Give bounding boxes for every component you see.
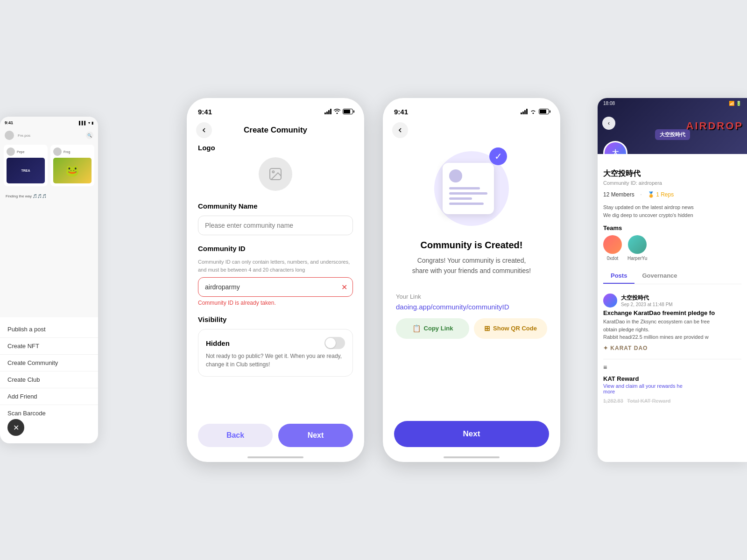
lp-post-img1: TREA — [7, 158, 45, 183]
create-community-phone: 9:41 — [187, 98, 364, 462]
teams-label: Teams — [603, 224, 741, 231]
team-avatar-1 — [603, 235, 622, 254]
visibility-toggle[interactable] — [324, 337, 345, 349]
logo-upload-area — [198, 157, 353, 191]
rp-stats: 12 Members · 🏅 1 Reps — [603, 190, 741, 199]
next-button-2[interactable]: Next — [394, 421, 549, 447]
community-id-input-wrapper: ✕ — [198, 277, 353, 297]
menu-item-publish[interactable]: Publish a post — [0, 321, 98, 338]
close-menu-button[interactable]: ✕ — [7, 419, 24, 436]
lp-post-img2: 🐸 — [53, 158, 92, 183]
close-icon: ✕ — [13, 423, 19, 432]
rp-status-bar: 18:08 📶 🔋 — [598, 98, 747, 109]
back-button-2[interactable] — [392, 122, 408, 138]
logo-label: Logo — [198, 144, 353, 152]
back-button-1[interactable] — [196, 122, 212, 138]
copy-icon: 📋 — [412, 324, 421, 333]
team-member-2: HarperYu — [627, 235, 647, 261]
success-title: Community is Created! — [398, 240, 545, 251]
rp-members-count: 12 Members — [603, 191, 634, 198]
success-check-icon: ✓ — [489, 147, 507, 165]
menu-item-create-community[interactable]: Create Community — [0, 355, 98, 371]
next-button-1[interactable]: Next — [278, 424, 353, 447]
tab-governance[interactable]: Governance — [634, 268, 684, 284]
rp-community-desc: Stay updated on the latest airdrop newsW… — [603, 203, 741, 219]
menu-item-create-nft[interactable]: Create NFT — [0, 338, 98, 355]
logo-section: Logo — [198, 144, 353, 191]
copy-link-button[interactable]: 📋 Copy Link — [396, 318, 469, 339]
time-1: 9:41 — [198, 108, 212, 116]
menu-item-add-friend[interactable]: Add Friend — [0, 388, 98, 405]
menu-item-create-club[interactable]: Create Club — [0, 371, 98, 388]
karat-k-icon: ✦ KARAT DAO — [603, 345, 648, 351]
community-id-error: Community ID is already taken. — [198, 300, 353, 306]
tab-posts[interactable]: Posts — [603, 268, 634, 284]
left-panel-menu: Publish a post Create NFT Create Communi… — [0, 317, 98, 425]
community-id-input[interactable] — [198, 277, 353, 297]
team-member-1: 0xdot — [603, 235, 622, 261]
lp-signal: ▌▌▌ — [79, 121, 87, 125]
wifi-icon-2 — [530, 108, 536, 115]
rp-post-author: 大空投時代 — [621, 294, 673, 302]
doc-line-2 — [449, 192, 487, 195]
lp-post-author2: Frog — [63, 150, 70, 154]
kat-reward-section: KAT Reward View and claim all your rewar… — [603, 373, 741, 405]
status-icons-1 — [324, 108, 353, 115]
main-scene: 9:41 ▌▌▌ ▾ ▮ Fre.pos 🔍 — [0, 0, 747, 560]
community-avatar: 大 — [603, 141, 627, 154]
phone2-header — [383, 119, 560, 142]
teams-list: 0xdot HarperYu — [603, 235, 741, 261]
community-header-image: 18:08 📶 🔋 ‹ AIRDROP 大空投時代 大 — [598, 98, 747, 154]
qr-icon: ⊞ — [484, 324, 490, 333]
reward-more-link[interactable]: more — [603, 389, 615, 394]
reward-desc[interactable]: View and claim all your rewards hemore — [603, 383, 741, 394]
community-name-input[interactable] — [198, 216, 353, 235]
community-created-phone: 9:41 — [383, 98, 560, 462]
right-panel: 18:08 📶 🔋 ‹ AIRDROP 大空投時代 大 大空投時代 Commun… — [598, 98, 747, 462]
lp-wifi: ▾ — [88, 121, 90, 125]
rp-community-id: Community ID: airdropera — [603, 180, 741, 186]
success-subtitle: Congrats! Your community is created,shar… — [398, 255, 545, 276]
visibility-options: Hidden Not ready to go public? We get it… — [198, 329, 353, 377]
logo-upload-button[interactable] — [259, 157, 292, 191]
community-id-hint: Community ID can only contain letters, n… — [198, 258, 353, 273]
rp-time: 18:08 — [603, 101, 615, 106]
doc-avatar — [449, 169, 462, 182]
lp-nav-label: Fre.pos — [18, 133, 30, 138]
rp-back-button[interactable]: ‹ — [602, 117, 615, 130]
lp-time: 9:41 — [5, 120, 13, 125]
left-panel-preview: 9:41 ▌▌▌ ▾ ▮ Fre.pos 🔍 — [0, 117, 98, 317]
rp-post-meta: 大空投時代 Sep 2, 2023 at 11:48 PM — [621, 294, 673, 307]
reward-amount: 1,282.83 Total KAT Reward — [603, 396, 741, 405]
lp-battery: ▮ — [92, 121, 93, 125]
doc-line-4 — [449, 203, 484, 205]
home-indicator-2 — [444, 456, 500, 458]
link-action-buttons: 📋 Copy Link ⊞ Show QR Code — [396, 318, 547, 339]
visibility-section: Visibility Hidden Not ready to go public… — [198, 315, 353, 377]
time-2: 9:41 — [394, 108, 408, 116]
community-name-label: Community Name — [198, 202, 353, 210]
lp-post-author1: Pepe — [17, 150, 24, 154]
home-indicator-1 — [247, 456, 303, 458]
rp-status-icons: 📶 🔋 — [729, 101, 741, 106]
rp-tabs: Posts Governance — [603, 268, 741, 284]
status-bar-2: 9:41 — [383, 98, 560, 119]
signal-icon — [324, 109, 331, 114]
signal-icon-2 — [521, 109, 528, 114]
rp-post-title: Exchange KaratDao freemint pledge fo — [603, 309, 741, 316]
hamburger-icon[interactable]: ≡ — [603, 364, 607, 371]
phone1-footer: Back Next — [198, 424, 353, 447]
rp-divider — [603, 359, 741, 359]
show-qr-button[interactable]: ⊞ Show QR Code — [474, 318, 547, 339]
community-id-label: Community ID — [198, 245, 353, 252]
rp-post-time: Sep 2, 2023 at 11:48 PM — [621, 302, 673, 307]
rp-reps-count: 🏅 1 Reps — [648, 191, 674, 198]
your-link-label: Your Link — [396, 293, 547, 300]
community-id-clear-button[interactable]: ✕ — [341, 283, 347, 292]
community-link: daoing.app/community/communityID — [396, 303, 547, 311]
success-illustration: ✓ — [383, 147, 560, 231]
reward-strikethrough: Total KAT Reward — [627, 398, 670, 404]
wifi-icon — [334, 108, 340, 115]
back-button-footer[interactable]: Back — [198, 424, 273, 447]
doc-line-1 — [449, 187, 480, 189]
